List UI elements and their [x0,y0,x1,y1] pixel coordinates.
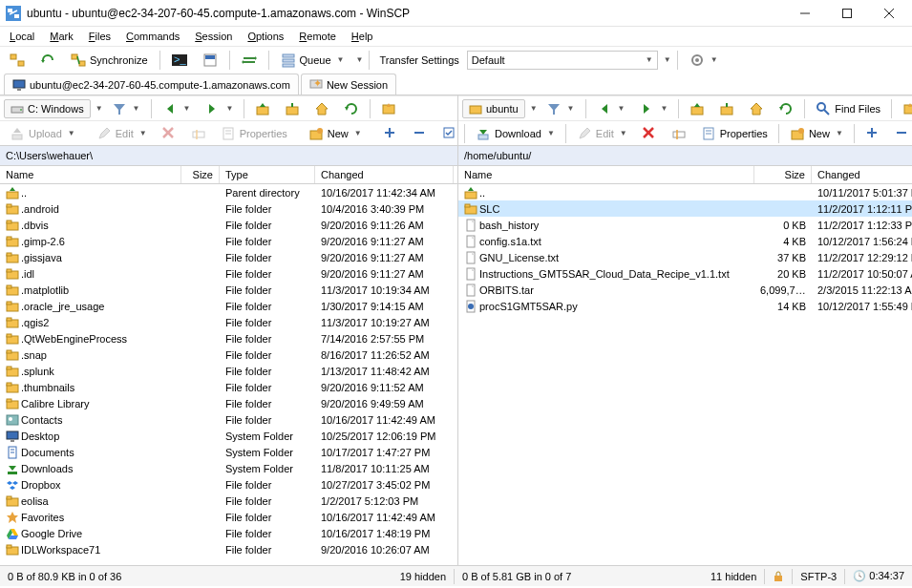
home-dir-button[interactable] [308,98,335,119]
file-row[interactable]: FavoritesFile folder10/16/2017 11:42:49 … [0,509,457,525]
bookmark-button[interactable] [897,98,912,119]
forward-button[interactable]: ▼ [199,98,239,119]
file-row[interactable]: DownloadsSystem Folder11/8/2017 10:11:25… [0,460,457,476]
col-name[interactable]: Name [458,166,754,183]
refresh-button[interactable] [338,98,365,119]
menu-remote[interactable]: Remote [293,29,342,44]
file-row[interactable]: config.s1a.txt4 KB10/12/2017 1:56:24 PM [458,233,912,249]
options-button[interactable]: ▼ [684,50,724,71]
delete-button[interactable] [156,123,182,144]
delete-button[interactable] [636,123,663,144]
forward-button[interactable]: ▼ [633,98,673,119]
menu-options[interactable]: Options [242,29,289,44]
chevron-down-icon[interactable]: ▼ [95,104,103,113]
file-row[interactable]: DropboxFile folder10/27/2017 3:45:02 PM [0,476,457,493]
file-row[interactable]: .gimp-2.6File folder9/20/2016 9:11:27 AM [0,233,457,249]
menu-files[interactable]: Files [83,29,117,44]
col-changed[interactable]: Changed [812,166,912,183]
console-button[interactable]: >_ [166,50,193,71]
upload-button[interactable]: Upload▼ [4,123,81,144]
plus-button[interactable] [859,123,886,144]
file-row[interactable]: Calibre LibraryFile folder9/20/2016 9:49… [0,395,457,411]
properties-button[interactable]: Properties [215,123,293,144]
minus-button[interactable] [889,123,912,144]
new-button[interactable]: New▼ [784,123,849,144]
file-row[interactable]: GNU_License.txt37 KB11/2/2017 12:29:12 P… [458,249,912,265]
menu-help[interactable]: Help [346,29,379,44]
plus-button[interactable] [377,123,404,144]
edit-button[interactable]: Edit▼ [571,123,633,144]
file-row[interactable]: .matplotlibFile folder11/3/2017 10:19:34… [0,282,457,298]
file-row[interactable]: .thumbnailsFile folder9/20/2016 9:11:52 … [0,379,457,395]
edit-button[interactable]: Edit▼ [91,123,153,144]
col-size[interactable]: Size [754,166,812,183]
download-button[interactable]: Download▼ [470,123,561,144]
col-size[interactable]: Size [181,166,220,183]
file-row[interactable]: .qgis2File folder11/3/2017 10:19:27 AM [0,314,457,330]
putty-button[interactable] [197,50,223,71]
file-row[interactable]: .QtWebEngineProcessFile folder7/14/2016 … [0,330,457,346]
menu-mark[interactable]: Mark [44,29,78,44]
session-tab-active[interactable]: ubuntu@ec2-34-207-60-45.compute-1.amazon… [4,74,299,94]
remote-file-list[interactable]: Name Size Changed ..10/11/2017 5:01:37 P… [458,166,912,565]
file-row[interactable]: Google DriveFile folder10/16/2017 1:48:1… [0,525,457,541]
queue-button[interactable]: Queue▼ [275,50,350,71]
local-file-list[interactable]: Name Size Type Changed ..Parent director… [0,166,457,565]
root-dir-button[interactable] [279,98,306,119]
sync-browse-button[interactable] [34,50,61,71]
col-name[interactable]: Name [0,166,181,183]
close-button[interactable] [868,0,910,27]
filter-button[interactable]: ▼ [106,98,146,119]
root-dir-button[interactable] [713,98,740,119]
file-row[interactable]: ContactsFile folder10/16/2017 11:42:49 A… [0,411,457,428]
file-row[interactable]: .splunkFile folder1/13/2017 11:48:42 AM [0,363,457,379]
file-row[interactable]: .snapFile folder8/16/2017 11:26:52 AM [0,346,457,363]
chevron-down-icon[interactable]: ▼ [356,55,364,64]
rename-button[interactable] [185,123,212,144]
file-row[interactable]: .gissjavaFile folder9/20/2016 9:11:27 AM [0,249,457,265]
file-row[interactable]: SLC11/2/2017 1:12:11 PM [458,200,912,217]
remote-drive-selector[interactable]: ubuntu [462,99,525,118]
local-drive-selector[interactable]: C: Windows [4,99,91,118]
file-row[interactable]: ..10/11/2017 5:01:37 PM [458,184,912,200]
back-button[interactable]: ▼ [157,98,197,119]
minus-button[interactable] [407,123,434,144]
file-row[interactable]: Instructions_GMT5SAR_Cloud_Data_Recipe_v… [458,265,912,282]
file-row[interactable]: bash_history0 KB11/2/2017 1:12:33 PM [458,217,912,233]
file-row[interactable]: DocumentsSystem Folder10/17/2017 1:47:27… [0,444,457,460]
file-row[interactable]: .dbvisFile folder9/20/2016 9:11:26 AM [0,217,457,233]
file-row[interactable]: .oracle_jre_usageFile folder1/30/2017 9:… [0,298,457,314]
file-row[interactable]: .androidFile folder10/4/2016 3:40:39 PM [0,200,457,217]
file-row[interactable]: ..Parent directory10/16/2017 11:42:34 AM [0,184,457,200]
home-dir-button[interactable] [743,98,770,119]
menu-commands[interactable]: Commands [120,29,185,44]
parent-dir-button[interactable] [684,98,711,119]
synchronize-button[interactable]: Synchronize [65,50,154,71]
filter-button[interactable]: ▼ [541,98,581,119]
find-files-button[interactable]: Find Files [810,98,886,119]
menu-local[interactable]: Local [4,29,40,44]
bookmark-button[interactable] [375,98,402,119]
file-row[interactable]: ORBITS.tar6,099,71...2/3/2015 11:22:13 A… [458,282,912,298]
new-button[interactable]: New▼ [303,123,368,144]
file-row[interactable]: IDLWorkspace71File folder9/20/2016 10:26… [0,541,457,557]
file-row[interactable]: .idlFile folder9/20/2016 9:11:27 AM [0,265,457,282]
refresh-button[interactable] [773,98,799,119]
file-row[interactable]: procS1GMT5SAR.py14 KB10/12/2017 1:55:49 … [458,298,912,314]
menu-session[interactable]: Session [189,29,238,44]
col-changed[interactable]: Changed [315,166,454,183]
maximize-button[interactable] [826,0,868,27]
file-row[interactable]: eolisaFile folder1/2/2017 5:12:03 PM [0,493,457,509]
col-type[interactable]: Type [220,166,315,183]
back-button[interactable]: ▼ [591,98,631,119]
properties-button[interactable]: Properties [695,123,774,144]
minimize-button[interactable] [784,0,826,27]
chevron-down-icon[interactable]: ▼ [530,104,538,113]
parent-dir-button[interactable] [249,98,276,119]
sync-button-2[interactable] [236,50,263,71]
file-row[interactable]: DesktopSystem Folder10/25/2017 12:06:19 … [0,428,457,444]
rename-button[interactable] [666,123,692,144]
transfer-settings-combo[interactable]: Default▼ [467,51,658,70]
compare-dirs-button[interactable] [4,50,31,71]
chevron-down-icon[interactable]: ▼ [664,55,671,64]
